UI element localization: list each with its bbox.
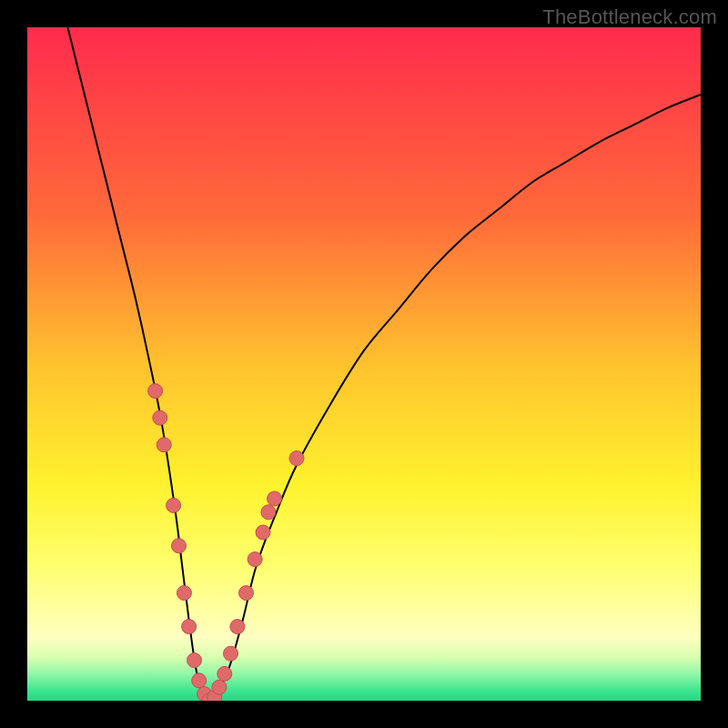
plot-area: [27, 27, 701, 701]
data-marker: [248, 552, 262, 567]
data-marker: [223, 646, 238, 661]
bottleneck-curve-path: [67, 27, 701, 701]
data-marker: [177, 586, 191, 601]
data-marker: [157, 438, 171, 452]
data-marker: [192, 673, 207, 688]
data-marker: [167, 498, 181, 512]
bottleneck-curve-svg: [27, 27, 701, 701]
data-marker: [217, 666, 232, 681]
data-marker: [172, 539, 187, 553]
data-marker: [187, 653, 202, 668]
data-markers: [148, 384, 304, 701]
data-marker: [268, 491, 282, 506]
data-marker: [230, 620, 245, 634]
data-marker: [148, 384, 163, 399]
data-marker: [153, 410, 167, 425]
data-marker: [261, 505, 276, 520]
data-marker: [212, 680, 227, 694]
data-marker: [256, 525, 270, 540]
data-marker: [182, 620, 197, 634]
data-marker: [289, 451, 304, 466]
watermark-text: TheBottleneck.com: [542, 5, 717, 29]
data-marker: [239, 586, 254, 601]
chart-frame: TheBottleneck.com: [0, 0, 728, 728]
